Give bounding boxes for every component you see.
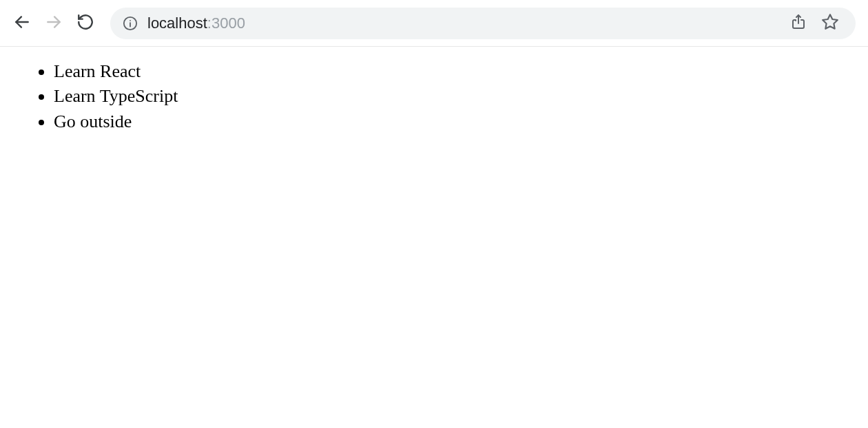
svg-point-4	[130, 19, 131, 21]
forward-button[interactable]	[44, 14, 63, 33]
share-button[interactable]	[789, 14, 807, 32]
bookmark-button[interactable]	[821, 14, 839, 32]
url-port: :3000	[207, 14, 245, 32]
share-icon	[790, 14, 807, 33]
list-item: Learn TypeScript	[54, 84, 854, 109]
star-icon	[821, 13, 839, 34]
address-bar-actions	[789, 14, 843, 32]
back-button[interactable]	[12, 14, 32, 33]
list-item: Learn React	[54, 59, 854, 84]
arrow-right-icon	[45, 13, 63, 34]
nav-button-group	[12, 14, 95, 33]
list-item: Go outside	[54, 109, 854, 134]
site-info-icon[interactable]	[123, 16, 138, 31]
address-bar[interactable]: localhost:3000	[110, 8, 856, 39]
page-content: Learn React Learn TypeScript Go outside	[0, 47, 868, 147]
todo-list: Learn React Learn TypeScript Go outside	[14, 59, 854, 134]
svg-marker-6	[823, 14, 838, 29]
reload-icon	[76, 13, 94, 34]
arrow-left-icon	[13, 13, 31, 34]
browser-toolbar: localhost:3000	[0, 0, 868, 47]
url-host: localhost	[147, 14, 207, 32]
reload-button[interactable]	[76, 14, 95, 33]
url-display: localhost:3000	[147, 14, 245, 32]
